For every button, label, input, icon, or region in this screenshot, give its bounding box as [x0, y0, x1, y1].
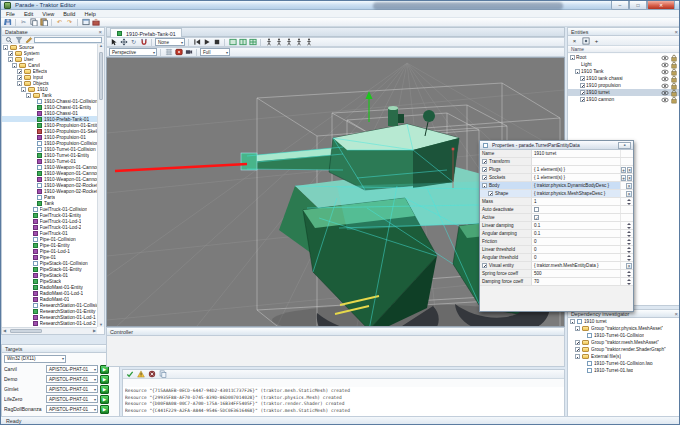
entity-item[interactable]: 1910 turret	[568, 89, 680, 96]
pin-window-button[interactable]: ▪	[618, 142, 631, 149]
log-output[interactable]: Resource "{715AAAEB-0ECD-6447-94D2-43011…	[123, 387, 564, 417]
menu-edit[interactable]: Edit	[24, 10, 33, 17]
close-icon[interactable]: ×	[98, 28, 102, 36]
copy-button[interactable]	[29, 18, 38, 27]
db-tree-item[interactable]: ResearchStation-01-Lod-2	[2, 320, 97, 326]
eye-icon[interactable]	[660, 69, 669, 75]
expand-icon[interactable]	[580, 97, 585, 102]
cursor-button[interactable]	[109, 38, 118, 47]
checkbox[interactable]: ✓	[534, 215, 539, 220]
eye-icon[interactable]	[660, 55, 669, 61]
menu-file[interactable]: File	[6, 10, 15, 17]
dependency-item[interactable]: Group "traktor.render.ShaderGraph"	[568, 346, 680, 353]
database-search-input[interactable]	[34, 37, 102, 43]
remove-entity-button[interactable]: ×	[570, 36, 579, 45]
minimize-button[interactable]: –	[611, 1, 629, 10]
deploy-play-button[interactable]: ▶	[100, 385, 109, 394]
remove-element-button[interactable]: ×	[626, 263, 632, 269]
add-element-button[interactable]: +	[621, 175, 626, 181]
magnet-button[interactable]	[139, 38, 148, 47]
expand-icon[interactable]	[482, 263, 487, 268]
collapse-icon[interactable]	[12, 63, 17, 68]
remove-element-button[interactable]: ×	[626, 191, 632, 197]
property-value[interactable]: 0.1	[534, 231, 540, 236]
projection-select[interactable]: Perspective▾	[109, 48, 157, 56]
rotate-button[interactable]: ↻	[129, 38, 138, 47]
scroll-up-icon[interactable]: ▲	[99, 44, 103, 48]
expand-icon[interactable]	[482, 175, 487, 180]
stop-button[interactable]	[212, 38, 221, 47]
window-button[interactable]	[81, 18, 90, 27]
save-button[interactable]	[3, 18, 12, 27]
cut-button[interactable]: ✂	[19, 18, 28, 27]
collapse-icon[interactable]	[17, 81, 22, 86]
expand-icon[interactable]	[17, 69, 22, 74]
play-button[interactable]	[202, 38, 211, 47]
collapse-icon[interactable]	[575, 354, 580, 359]
collapse-icon[interactable]	[26, 93, 31, 98]
deploy-play-button[interactable]: ▶	[100, 395, 109, 404]
entity-item[interactable]: 1910 propulsion	[568, 82, 680, 89]
property-value[interactable]: 0.1	[534, 223, 540, 228]
warning-button[interactable]	[136, 370, 145, 379]
property-value[interactable]: { traktor.physics.MeshShapeDesc }	[534, 191, 605, 196]
expand-icon[interactable]	[580, 90, 585, 95]
collapse-icon[interactable]	[21, 87, 26, 92]
entity-item[interactable]: 1910 tank chassi	[568, 75, 680, 82]
property-value[interactable]: 0	[534, 239, 537, 244]
entity-item[interactable]: Root	[568, 54, 680, 61]
collapse-icon[interactable]	[8, 57, 13, 62]
eye-icon[interactable]	[660, 76, 669, 82]
lock-icon[interactable]	[669, 96, 678, 104]
add-entity-button[interactable]: +	[592, 36, 601, 45]
menu-build[interactable]: Build	[63, 10, 75, 17]
collapse-icon[interactable]	[575, 69, 580, 74]
error-button[interactable]	[147, 370, 156, 379]
close-icon[interactable]: ×	[674, 310, 678, 318]
property-value[interactable]: 500	[534, 271, 542, 276]
entity-item[interactable]: 1910 cannon	[568, 96, 680, 103]
remove-element-button[interactable]: ×	[627, 167, 632, 173]
dependency-item[interactable]: 1910-Turret-01-Collision	[568, 332, 680, 339]
menu-help[interactable]: Help	[84, 10, 95, 17]
value-spinner[interactable]	[627, 231, 632, 237]
deploy-play-button[interactable]: ▶	[100, 375, 109, 384]
redo-button[interactable]: ↷	[65, 18, 74, 27]
expand-icon[interactable]	[482, 167, 487, 172]
add-element-button[interactable]: +	[621, 167, 626, 173]
dependency-item[interactable]: 1910 turret	[568, 318, 680, 325]
undo-button[interactable]: ↶	[55, 18, 64, 27]
rewind-button[interactable]	[192, 38, 201, 47]
dependency-item[interactable]: Group "traktor.mesh.MeshAsset"	[568, 339, 680, 346]
property-value[interactable]: 1910 turret	[534, 151, 556, 156]
view-quad-button[interactable]	[248, 38, 257, 47]
edit-button[interactable]	[24, 35, 33, 44]
record-button[interactable]	[174, 48, 183, 57]
collapse-icon[interactable]	[570, 319, 575, 324]
expand-icon[interactable]	[575, 340, 580, 345]
pose-2-button[interactable]	[274, 38, 283, 47]
dependency-item[interactable]: Group "traktor.physics.MeshAsset"	[568, 325, 680, 332]
paste-button[interactable]	[39, 18, 48, 27]
eye-icon[interactable]	[660, 97, 669, 103]
collapse-icon[interactable]	[482, 183, 487, 188]
eye-icon[interactable]	[660, 90, 669, 96]
property-value[interactable]: { 1 element(s) }	[534, 167, 565, 172]
entity-item[interactable]: 1910 Tank	[568, 68, 680, 75]
pose-1-button[interactable]	[264, 38, 273, 47]
value-spinner[interactable]	[627, 239, 632, 245]
property-value[interactable]: 0	[534, 247, 537, 252]
deploy-play-button[interactable]: ▶	[100, 405, 109, 414]
pose-5-button[interactable]	[304, 38, 313, 47]
frame-entity-button[interactable]	[581, 36, 590, 45]
collapse-icon[interactable]	[3, 45, 8, 50]
view-full-button[interactable]	[228, 38, 237, 47]
maximize-button[interactable]: □	[629, 1, 647, 10]
properties-title-bar[interactable]: Properties - parade.TurretPartEntityData…	[480, 141, 633, 150]
property-value[interactable]: { 1 element(s) }	[534, 175, 565, 180]
target-host-select[interactable]: APISTOL-PHAT-01▾	[46, 365, 98, 373]
expand-icon[interactable]	[575, 347, 580, 352]
eye-icon[interactable]	[660, 83, 669, 89]
expand-icon[interactable]	[482, 159, 487, 164]
value-spinner[interactable]	[627, 223, 632, 229]
